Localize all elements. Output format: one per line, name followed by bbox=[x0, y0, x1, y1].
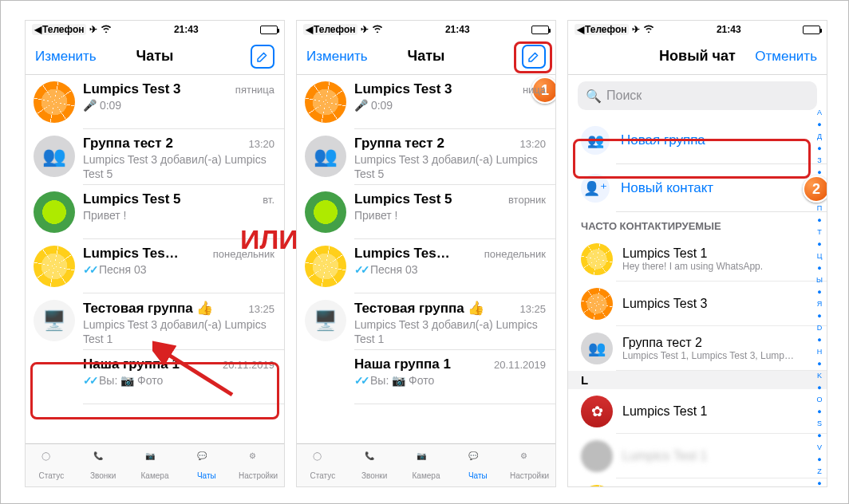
alpha-index[interactable]: А●Д●З●Л●П●Т●Ц●Ы●Я●D●H●K●O●S●V●Z●# bbox=[814, 108, 825, 478]
clock: 21:43 bbox=[445, 24, 470, 35]
index-letter[interactable]: З bbox=[817, 156, 821, 164]
index-letter[interactable]: ● bbox=[817, 312, 821, 320]
mic-icon: 🎤 bbox=[354, 99, 368, 112]
chat-row[interactable]: Lumpics Test 5вторник Привет ! bbox=[297, 185, 555, 239]
index-letter[interactable]: ● bbox=[817, 360, 821, 368]
chat-row-target[interactable]: 🖥️ Тестовая группа 👍13:25 Lumpics Test 3… bbox=[26, 293, 284, 350]
edit-button[interactable]: Изменить bbox=[35, 49, 97, 65]
chat-row[interactable]: 👥 Группа тест 213:20 Lumpics Test 3 доба… bbox=[26, 129, 284, 185]
index-letter[interactable]: ● bbox=[817, 288, 821, 296]
airplane-mode-icon: ✈︎ bbox=[632, 24, 640, 35]
index-letter[interactable]: ● bbox=[817, 120, 821, 128]
tab-status[interactable]: ◯Статус bbox=[26, 444, 77, 486]
phone-icon: 📞 bbox=[93, 451, 113, 471]
chat-row[interactable]: Lumpics Test 3ница 🎤 0:09 bbox=[297, 75, 555, 129]
new-group-label: Новая группа bbox=[621, 132, 705, 148]
contact-name: Группа тест 2 bbox=[622, 336, 794, 350]
chat-title: Lumpics Test 3 bbox=[354, 81, 452, 97]
chat-time: 20.11.2019 bbox=[494, 359, 546, 371]
chat-row[interactable]: 🖥️ Тестовая группа 👍13:25 Lumpics Test 3… bbox=[297, 293, 555, 350]
index-letter[interactable]: ● bbox=[817, 240, 821, 248]
index-letter[interactable]: ● bbox=[817, 384, 821, 392]
index-letter[interactable]: S bbox=[817, 419, 822, 427]
index-letter[interactable]: Ы bbox=[816, 276, 823, 284]
index-letter[interactable]: А bbox=[817, 108, 822, 116]
back-to-app[interactable]: ◀Телефон bbox=[303, 24, 357, 35]
chat-row[interactable]: Наша группа 120.11.2019 ✓✓Вы: 📷 Фото bbox=[297, 350, 555, 404]
index-letter[interactable]: O bbox=[816, 396, 822, 404]
chat-subtitle: ✓✓Песня 03 bbox=[83, 263, 274, 278]
avatar-group-icon: 👥 bbox=[581, 333, 613, 364]
chat-subtitle: Привет ! bbox=[83, 209, 274, 223]
tab-calls[interactable]: 📞Звонки bbox=[349, 444, 401, 486]
contact-row[interactable]: ✿ Lumpics Test 1 bbox=[568, 389, 827, 434]
airplane-mode-icon: ✈︎ bbox=[89, 24, 97, 35]
tab-chats[interactable]: 💬Чаты bbox=[452, 444, 503, 486]
contact-row[interactable]: Lumpics Test 3 bbox=[568, 282, 827, 326]
compose-button[interactable] bbox=[251, 45, 274, 69]
new-group-button[interactable]: 👥 Новая группа bbox=[568, 116, 827, 164]
contact-name: Lumpics Test 1 bbox=[622, 246, 763, 261]
search-placeholder: Поиск bbox=[606, 89, 642, 103]
index-letter[interactable]: Д bbox=[817, 132, 822, 140]
compose-button[interactable] bbox=[522, 45, 546, 69]
contact-row[interactable]: Lumpics Test 1Hey there! I am using What… bbox=[568, 237, 827, 282]
index-letter[interactable]: ● bbox=[817, 144, 821, 152]
tab-chats[interactable]: 💬Чаты bbox=[180, 444, 232, 486]
tab-calls[interactable]: 📞Звонки bbox=[77, 444, 129, 486]
battery-icon bbox=[260, 26, 278, 34]
edit-button[interactable]: Изменить bbox=[306, 49, 368, 65]
index-letter[interactable]: H bbox=[817, 348, 823, 356]
index-letter[interactable]: Z bbox=[817, 467, 822, 475]
tab-settings[interactable]: ⚙︎Настройки bbox=[232, 444, 284, 486]
index-letter[interactable]: П bbox=[817, 204, 822, 212]
index-letter[interactable]: ● bbox=[817, 336, 821, 344]
back-to-app[interactable]: ◀Телефон bbox=[32, 24, 86, 35]
chat-list[interactable]: Lumpics Test 3ница 🎤 0:09 👥 Группа тест … bbox=[297, 75, 555, 404]
index-letter[interactable]: ● bbox=[817, 431, 821, 439]
index-letter[interactable]: ● bbox=[817, 216, 821, 224]
index-letter[interactable]: Т bbox=[817, 228, 822, 236]
tab-settings[interactable]: ⚙︎Настройки bbox=[503, 444, 555, 486]
chat-row[interactable]: Lumpics Test 3пятница 🎤 0:09 bbox=[26, 75, 284, 129]
avatar-green-icon bbox=[305, 191, 346, 233]
index-letter[interactable]: Я bbox=[817, 300, 823, 308]
tab-camera[interactable]: 📷Камера bbox=[129, 444, 181, 486]
chat-time: 13:25 bbox=[519, 303, 546, 315]
chat-title: Наша группа 1 bbox=[354, 356, 451, 372]
index-letter[interactable]: D bbox=[817, 324, 823, 332]
back-to-app[interactable]: ◀Телефон bbox=[575, 24, 629, 35]
chat-time: 13:20 bbox=[519, 138, 546, 150]
chat-row[interactable]: 👥 Группа тест 213:20 Lumpics Test 3 доба… bbox=[297, 129, 555, 185]
chat-title: Lumpics Tes… bbox=[83, 246, 179, 262]
index-letter[interactable]: ● bbox=[817, 455, 821, 463]
search-icon: 🔍 bbox=[586, 89, 602, 104]
contact-row[interactable]: Lumpics Test 2 bbox=[568, 478, 827, 487]
index-letter[interactable]: Ц bbox=[817, 252, 823, 260]
index-letter[interactable]: ● bbox=[817, 264, 821, 272]
read-ticks-icon: ✓✓ bbox=[83, 263, 96, 276]
tab-status[interactable]: ◯Статус bbox=[297, 444, 349, 486]
index-letter[interactable]: K bbox=[817, 372, 822, 380]
avatar-green-icon bbox=[34, 191, 75, 233]
chat-row[interactable]: Lumpics Tes…понедельник ✓✓Песня 03 bbox=[297, 239, 555, 293]
chat-row[interactable]: Наша группа 120.11.2019 ✓✓Вы: 📷 Фото bbox=[26, 350, 284, 404]
cancel-button[interactable]: Отменить bbox=[755, 49, 817, 65]
status-bar: ◀Телефон ✈︎ 21:43 bbox=[568, 21, 827, 38]
or-label: ИЛИ bbox=[240, 224, 298, 255]
wifi-icon bbox=[101, 24, 112, 35]
contact-name: Lumpics Test 1 bbox=[622, 404, 707, 419]
index-letter[interactable]: ● bbox=[817, 479, 821, 487]
contact-row[interactable]: 👥 Группа тест 2Lumpics Test 1, Lumpics T… bbox=[568, 326, 827, 371]
chat-time: 20.11.2019 bbox=[223, 359, 274, 371]
avatar-lemon-icon bbox=[34, 246, 75, 287]
new-contact-button[interactable]: 👤⁺ Новый контакт bbox=[568, 164, 827, 212]
index-letter[interactable]: ● bbox=[817, 408, 821, 415]
index-letter[interactable]: V bbox=[817, 443, 822, 451]
gear-icon: ⚙︎ bbox=[249, 451, 268, 471]
avatar-lemon-icon bbox=[581, 485, 613, 487]
tab-camera[interactable]: 📷Камера bbox=[401, 444, 452, 486]
avatar-pc-icon: 🖥️ bbox=[34, 300, 75, 341]
search-input[interactable]: 🔍 Поиск bbox=[578, 81, 817, 110]
contact-row[interactable]: Lumpics Test 1 bbox=[568, 434, 827, 478]
